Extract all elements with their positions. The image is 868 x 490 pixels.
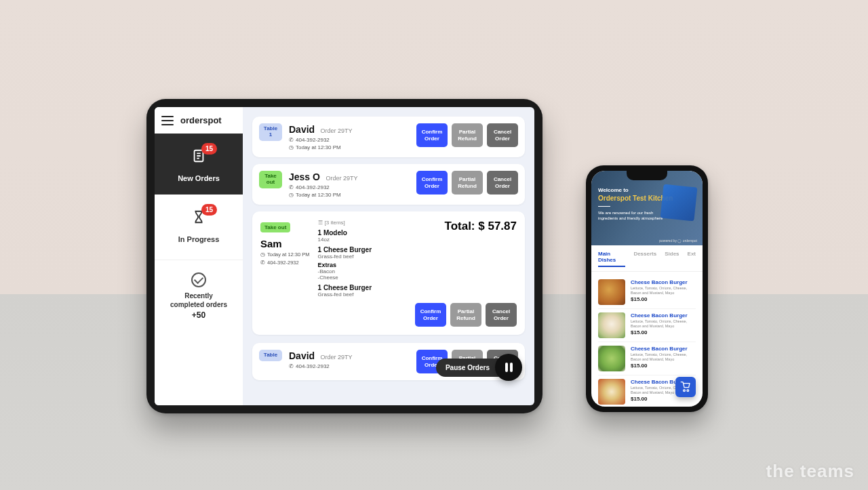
order-card-expanded[interactable]: Take out Sam ◷Today at 12:30 PM ✆404-392… xyxy=(252,211,525,335)
menu-tabs: Main Dishes Desserts Sides Ext xyxy=(591,245,703,272)
order-code: Order 29TY xyxy=(321,354,353,361)
new-orders-icon xyxy=(159,148,239,167)
hero-subtitle: We are renowned for our fresh ingredient… xyxy=(598,211,666,222)
completed-count: +50 xyxy=(160,310,237,320)
cart-button[interactable] xyxy=(675,377,696,397)
list-icon: ☰ xyxy=(318,220,323,226)
hero-separator xyxy=(598,206,610,207)
nav-in-progress[interactable]: 15 In Progress xyxy=(155,195,243,256)
order-time: ◷Today at 12:30 PM xyxy=(289,144,410,150)
tab-sides[interactable]: Sides xyxy=(665,251,679,267)
menu-item-price: $15.00 xyxy=(631,363,696,369)
order-items: ☰[3 items] 1 Modelo 14oz 1 Cheese Burger… xyxy=(318,220,372,298)
order-code: Order 29TY xyxy=(321,127,353,134)
order-phone: ✆404-392-2932 xyxy=(289,363,410,369)
phone-icon: ✆ xyxy=(289,184,294,190)
order-tag: Table xyxy=(259,350,282,361)
order-phone: ✆404-392-2932 xyxy=(260,260,310,266)
cancel-order-button[interactable]: Cancel Order xyxy=(486,303,517,327)
confirm-order-button[interactable]: Confirm Order xyxy=(415,303,446,327)
nav-completed[interactable]: Recently completed orders +50 xyxy=(155,260,243,332)
item-sub: Grass-fed beef xyxy=(318,291,372,298)
cancel-order-button[interactable]: Cancel Order xyxy=(487,171,518,195)
confirm-order-button[interactable]: Confirm Order xyxy=(416,171,448,195)
order-time: ◷Today at 12:30 PM xyxy=(289,192,410,198)
order-info: David Order 29TY ✆404-392-2932 xyxy=(289,350,410,369)
customer-name: Sam xyxy=(260,238,310,249)
item-extra: -Bacon xyxy=(318,268,372,274)
in-progress-label: In Progress xyxy=(178,235,220,243)
menu-item[interactable]: Cheese Bacon Burger Lettuce, Tomato, Oni… xyxy=(598,342,696,375)
item-extras-heading: Extras xyxy=(318,262,372,268)
clock-icon: ◷ xyxy=(289,192,294,198)
item-extra: -Cheese xyxy=(318,274,372,281)
pause-orders-label: Pause Orders xyxy=(436,359,499,377)
menu-item-image xyxy=(598,312,625,338)
nav-new-orders[interactable]: 15 New Orders xyxy=(155,134,243,195)
pause-button[interactable] xyxy=(495,354,522,381)
tab-desserts[interactable]: Desserts xyxy=(633,251,656,267)
watermark: the teams xyxy=(766,461,854,482)
order-total: Total: $ 57.87 xyxy=(445,220,517,233)
menu-item-name: Cheese Bacon Burger xyxy=(631,312,696,319)
hamburger-icon[interactable] xyxy=(161,116,174,125)
item-title: 1 Modelo xyxy=(318,229,372,237)
order-actions: Confirm Order Partial Refund Cancel Orde… xyxy=(416,171,518,195)
customer-name: David xyxy=(289,124,315,135)
menu-item-desc: Lettuce, Tomato, Onions, Cheese, Bacon a… xyxy=(631,319,696,328)
hero-welcome: Welcome to xyxy=(598,187,696,193)
menu-item[interactable]: Cheese Bacon Burger Lettuce, Tomato, Oni… xyxy=(598,309,696,342)
order-actions: Confirm Order Partial Refund Cancel Orde… xyxy=(416,123,518,147)
customer-name: David xyxy=(289,350,315,361)
tablet-screen: orderspot 15 New Orders 15 In Progress R… xyxy=(155,107,534,405)
hero-title: Orderspot Test Kitchen xyxy=(598,195,696,202)
partial-refund-button[interactable]: Partial Refund xyxy=(452,123,483,147)
order-actions: Confirm Order Partial Refund Cancel Orde… xyxy=(260,303,517,327)
cart-icon xyxy=(680,382,691,392)
cancel-order-button[interactable]: Cancel Order xyxy=(487,123,518,147)
menu-item-name: Cheese Bacon Burger xyxy=(631,279,696,285)
menu-item[interactable]: Cheese Bacon Burger Lettuce, Tomato, Oni… xyxy=(598,276,696,309)
menu-item-name: Cheese Bacon Burger xyxy=(631,346,696,352)
order-tag: Table 1 xyxy=(259,123,282,141)
pause-orders-control: Pause Orders xyxy=(436,354,522,381)
order-code: Order 29TY xyxy=(326,175,357,182)
completed-label-2: completed orders xyxy=(160,300,237,309)
order-tag: Take out xyxy=(259,171,282,188)
powered-by: powered by ◯ orderspot xyxy=(659,239,697,243)
item-title: 1 Cheese Burger xyxy=(318,246,372,253)
in-progress-icon xyxy=(159,209,239,228)
menu-item-image xyxy=(598,279,625,305)
order-tag: Take out xyxy=(260,222,290,232)
item-sub: Grass-fed beef xyxy=(318,253,372,260)
completed-label-1: Recently xyxy=(160,291,237,300)
item-title: 1 Cheese Burger xyxy=(318,284,372,291)
phone-icon: ✆ xyxy=(260,260,265,266)
menu-item-price: $15.00 xyxy=(631,296,696,302)
phone-icon: ✆ xyxy=(289,137,294,143)
phone-icon: ✆ xyxy=(289,363,294,369)
sidebar-header: orderspot xyxy=(155,107,243,134)
order-info: David Order 29TY ✆404-392-2932 ◷Today at… xyxy=(289,123,410,150)
order-card[interactable]: Take out Jess O Order 29TY ✆404-392-2932… xyxy=(252,164,525,205)
order-phone: ✆404-392-2932 xyxy=(289,137,410,143)
tab-extras[interactable]: Ext xyxy=(688,251,696,267)
partial-refund-button[interactable]: Partial Refund xyxy=(450,303,481,327)
tab-main-dishes[interactable]: Main Dishes xyxy=(598,251,625,267)
in-progress-badge: 15 xyxy=(201,204,217,216)
item-sub: 14oz xyxy=(318,237,372,243)
order-card[interactable]: Table 1 David Order 29TY ✆404-392-2932 ◷… xyxy=(252,117,525,157)
hero-banner: Welcome to Orderspot Test Kitchen We are… xyxy=(591,171,703,245)
clock-icon: ◷ xyxy=(289,144,294,150)
order-info: Jess O Order 29TY ✆404-392-2932 ◷Today a… xyxy=(289,171,410,198)
menu-item-desc: Lettuce, Tomato, Onions, Cheese, Bacon a… xyxy=(631,352,696,361)
partial-refund-button[interactable]: Partial Refund xyxy=(452,171,483,195)
customer-name: Jess O xyxy=(289,171,320,182)
menu-item-image xyxy=(598,379,625,405)
new-orders-label: New Orders xyxy=(178,174,220,182)
items-count: ☰[3 items] xyxy=(318,220,372,226)
phone-device: Welcome to Orderspot Test Kitchen We are… xyxy=(586,165,708,412)
clock-icon: ◷ xyxy=(260,251,265,258)
phone-screen: Welcome to Orderspot Test Kitchen We are… xyxy=(591,171,703,407)
confirm-order-button[interactable]: Confirm Order xyxy=(416,123,448,147)
